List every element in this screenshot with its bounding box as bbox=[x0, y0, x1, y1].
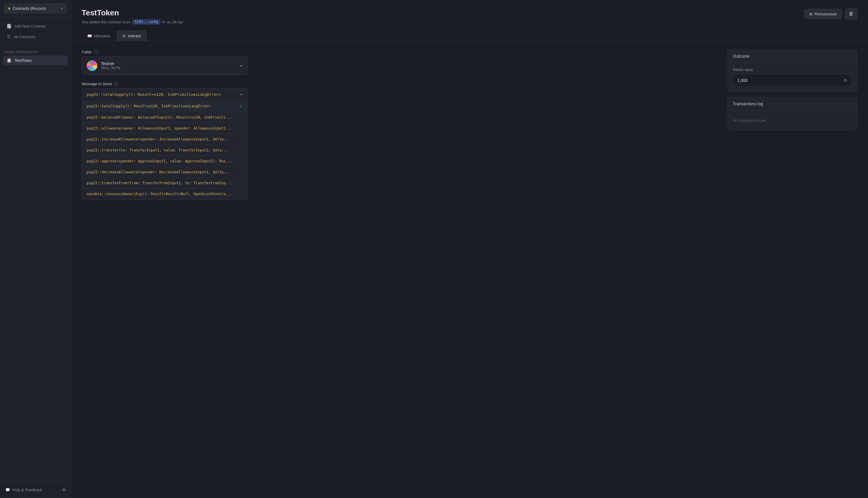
network-status-dot bbox=[8, 8, 10, 10]
sidebar-item-add-new-contract[interactable]: 📄 Add New Contract bbox=[3, 21, 68, 31]
option-text: psp22::transfer(to: TransferInput1, valu… bbox=[87, 148, 230, 152]
list-item[interactable]: psp22::totalSupply(): Result<u128, InkPr… bbox=[82, 101, 247, 112]
list-item[interactable]: psp22::transferFrom(from: TransferFromIn… bbox=[82, 178, 247, 189]
message-select-wrapper: psp22::totalSupply(): Result<u128, InkPr… bbox=[82, 89, 247, 101]
help-feedback-button[interactable]: 💬 Help & Feedback bbox=[3, 486, 44, 494]
meta-prefix: You added this contract from bbox=[82, 20, 130, 24]
account-name: Testnet bbox=[101, 61, 237, 66]
transactions-log-header: Transactions log bbox=[727, 97, 857, 110]
account-address: 5Dsy_Mzfm bbox=[101, 66, 237, 70]
tab-metadata[interactable]: 📖 Metadata bbox=[82, 30, 116, 41]
contract-item-label: TestToken bbox=[14, 58, 32, 63]
return-value-label: Return value bbox=[733, 68, 852, 72]
outcome-card: Outcome Return value 1,000 ⧉ bbox=[727, 49, 857, 92]
sidebar: Contracts (Rococo) ▾ 📄 Add New Contract … bbox=[0, 0, 71, 498]
message-info-icon[interactable]: i bbox=[114, 81, 118, 86]
page-title: TestToken bbox=[82, 8, 183, 17]
network-selector[interactable]: Contracts (Rococo) ▾ bbox=[4, 3, 67, 13]
contract-info: TestToken You added this contract from 5… bbox=[82, 8, 183, 25]
content-right: Outcome Return value 1,000 ⧉ Transaction… bbox=[727, 49, 857, 490]
list-item[interactable]: psp22::approve(spender: ApproveInput1, v… bbox=[82, 156, 247, 167]
add-contract-icon: 📄 bbox=[7, 24, 12, 28]
delete-button[interactable]: 🗑 bbox=[845, 8, 857, 19]
message-selected-text: psp22::totalSupply(): Result<u128, InkPr… bbox=[87, 92, 221, 97]
caller-field-group: Caller i Testnet 5Dsy_Mzfm ▾ bbox=[82, 49, 719, 75]
reinstantiate-button[interactable]: ⊕ Reinstantiate bbox=[804, 9, 842, 19]
message-dropdown-arrow: ▾ bbox=[240, 92, 242, 97]
reinstantiate-icon: ⊕ bbox=[809, 12, 812, 16]
sidebar-footer: 💬 Help & Feedback ⚙ bbox=[0, 481, 71, 498]
caller-dropdown-arrow: ▾ bbox=[240, 64, 242, 68]
reinstantiate-label: Reinstantiate bbox=[814, 12, 837, 16]
your-contracts-label: Your Contracts bbox=[0, 45, 71, 56]
list-item[interactable]: psp22::increaseAllowance(spender: Increa… bbox=[82, 134, 247, 145]
meta-suffix: on 28 Apr bbox=[167, 20, 183, 24]
settings-button[interactable]: ⚙ bbox=[60, 486, 68, 494]
help-icon: 💬 bbox=[5, 488, 10, 492]
option-text: ownable::renounceOwnership(): Result<Res… bbox=[87, 192, 232, 196]
copy-address-icon[interactable]: ⧉ bbox=[163, 20, 165, 24]
caller-info: Testnet 5Dsy_Mzfm bbox=[101, 61, 237, 70]
contract-address-badge[interactable]: 5CR3...orRq bbox=[132, 19, 160, 25]
help-label: Help & Feedback bbox=[12, 488, 42, 492]
option-text: psp22::allowance(owner: AllowanceInput1,… bbox=[87, 126, 232, 130]
header-actions: ⊕ Reinstantiate 🗑 bbox=[804, 8, 857, 19]
chevron-down-icon: ▾ bbox=[61, 6, 63, 10]
interact-tab-icon: ⊙ bbox=[122, 34, 126, 38]
return-value-box: 1,000 ⧉ bbox=[733, 74, 852, 87]
check-icon: ✓ bbox=[240, 104, 242, 108]
content-area: Caller i Testnet 5Dsy_Mzfm ▾ Message to … bbox=[71, 41, 868, 498]
contract-meta: You added this contract from 5CR3...orRq… bbox=[82, 19, 183, 25]
option-text: psp22::balanceOf(owner: BalanceOfInput1)… bbox=[87, 115, 232, 119]
tabs-bar: 📖 Metadata ⊙ Interact bbox=[71, 25, 868, 41]
caller-label: Caller i bbox=[82, 49, 719, 54]
main-header: TestToken You added this contract from 5… bbox=[71, 0, 868, 25]
settings-icon: ⚙ bbox=[62, 487, 66, 492]
option-text: psp22::transferFrom(from: TransferFromIn… bbox=[87, 181, 232, 185]
metadata-tab-label: Metadata bbox=[94, 34, 110, 38]
all-contracts-label: All Contracts bbox=[14, 35, 36, 39]
caller-info-icon[interactable]: i bbox=[94, 49, 99, 54]
list-item[interactable]: psp22::transfer(to: TransferInput1, valu… bbox=[82, 145, 247, 156]
network-name: Contracts (Rococo) bbox=[13, 6, 59, 11]
metadata-tab-icon: 📖 bbox=[87, 34, 92, 38]
copy-return-value-button[interactable]: ⧉ bbox=[843, 78, 847, 83]
trash-icon: 🗑 bbox=[849, 11, 854, 16]
option-text: psp22::approve(spender: ApproveInput1, v… bbox=[87, 159, 232, 163]
sidebar-nav: 📄 Add New Contract 🗄 All Contracts bbox=[0, 17, 71, 45]
list-item[interactable]: ownable::renounceOwnership(): Result<Res… bbox=[82, 189, 247, 199]
transactions-log-body: No transactions yet. bbox=[727, 110, 857, 130]
list-item[interactable]: psp22::allowance(owner: AllowanceInput1,… bbox=[82, 123, 247, 134]
outcome-body: Return value 1,000 ⧉ bbox=[727, 63, 857, 91]
message-field-group: Message to Send i psp22::totalSupply(): … bbox=[82, 81, 719, 101]
list-item[interactable]: psp22::decreaseAllowance(spender: Decrea… bbox=[82, 167, 247, 178]
list-item[interactable]: psp22::balanceOf(owner: BalanceOfInput1)… bbox=[82, 112, 247, 123]
all-contracts-icon: 🗄 bbox=[7, 34, 11, 39]
no-transactions-text: No transactions yet. bbox=[733, 115, 852, 126]
avatar bbox=[87, 60, 97, 71]
outcome-header: Outcome bbox=[727, 50, 857, 63]
message-select[interactable]: psp22::totalSupply(): Result<u128, InkPr… bbox=[82, 89, 247, 101]
message-label: Message to Send i bbox=[82, 81, 719, 86]
option-text: psp22::increaseAllowance(spender: Increa… bbox=[87, 137, 230, 141]
main-content: TestToken You added this contract from 5… bbox=[71, 0, 868, 498]
sidebar-item-testtoken[interactable]: 📋 TestToken bbox=[3, 56, 68, 65]
option-text: psp22::totalSupply(): Result<u128, InkPr… bbox=[87, 104, 211, 108]
sidebar-header: Contracts (Rococo) ▾ bbox=[0, 0, 71, 17]
content-left: Caller i Testnet 5Dsy_Mzfm ▾ Message to … bbox=[82, 49, 719, 490]
message-dropdown-list: psp22::totalSupply(): Result<u128, InkPr… bbox=[82, 101, 247, 200]
caller-select[interactable]: Testnet 5Dsy_Mzfm ▾ bbox=[82, 56, 247, 75]
contract-icon: 📋 bbox=[7, 58, 12, 63]
transactions-log-card: Transactions log No transactions yet. bbox=[727, 97, 857, 131]
return-value: 1,000 bbox=[737, 78, 748, 83]
interact-tab-label: Interact bbox=[128, 34, 141, 38]
option-text: psp22::decreaseAllowance(spender: Decrea… bbox=[87, 170, 230, 174]
tab-interact[interactable]: ⊙ Interact bbox=[117, 30, 146, 41]
add-new-contract-label: Add New Contract bbox=[14, 24, 46, 28]
sidebar-item-all-contracts[interactable]: 🗄 All Contracts bbox=[3, 32, 68, 41]
